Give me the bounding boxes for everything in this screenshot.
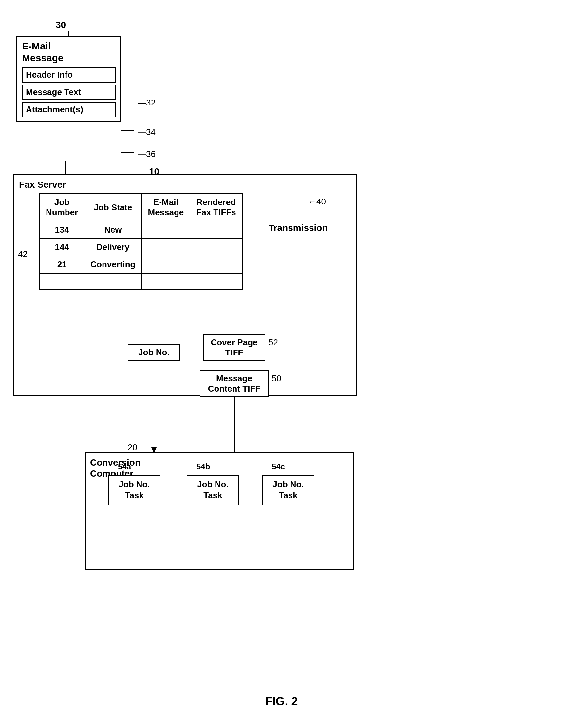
col-header-tiff: RenderedFax TIFFs xyxy=(190,194,242,221)
table-row xyxy=(40,273,243,290)
message-text-box: Message Text xyxy=(22,85,116,100)
email-cell-2 xyxy=(142,239,190,256)
label-30: 30 xyxy=(56,20,66,30)
label-50: 50 xyxy=(272,374,282,384)
job-no-box: Job No. xyxy=(128,344,180,361)
state-empty xyxy=(84,273,142,290)
task-box-54c: Job No.Task xyxy=(262,475,314,505)
col-header-state: Job State xyxy=(84,194,142,221)
ref-34: —34 xyxy=(138,127,156,137)
task-box-54a: Job No.Task xyxy=(108,475,161,505)
bracket-42: 42 xyxy=(18,249,28,259)
tiff-cell-1 xyxy=(190,221,242,239)
attachments-box: Attachment(s) xyxy=(22,102,116,117)
col-header-email: E-MailMessage xyxy=(142,194,190,221)
job-num-21: 21 xyxy=(40,256,84,273)
ref-36: —36 xyxy=(138,149,156,159)
ref-54b: 54b xyxy=(197,462,210,471)
msg-content-tiff-box: MessageContent TIFF xyxy=(200,370,269,397)
label-20: 20 xyxy=(128,442,137,452)
header-info-box: Header Info xyxy=(22,67,116,83)
col-header-jobnum: JobNumber xyxy=(40,194,84,221)
email-cell-1 xyxy=(142,221,190,239)
tiff-cell-3 xyxy=(190,256,242,273)
table-row: 21 Converting xyxy=(40,256,243,273)
state-new: New xyxy=(84,221,142,239)
job-num-empty xyxy=(40,273,84,290)
ref-32: —32 xyxy=(138,98,156,108)
state-delivery: Delivery xyxy=(84,239,142,256)
job-num-144: 144 xyxy=(40,239,84,256)
diagram: 30 E-MailMessage Header Info Message Tex… xyxy=(0,0,563,728)
email-cell-3 xyxy=(142,256,190,273)
label-52: 52 xyxy=(269,337,278,348)
email-message-box: E-MailMessage Header Info Message Text A… xyxy=(16,36,121,122)
job-num-134: 134 xyxy=(40,221,84,239)
transmission-label: Transmission xyxy=(269,223,328,233)
table-row: 144 Delivery xyxy=(40,239,243,256)
fax-server-title: Fax Server xyxy=(19,180,66,190)
job-table: JobNumber Job State E-MailMessage Render… xyxy=(39,193,243,290)
task-box-54b: Job No.Task xyxy=(187,475,239,505)
tiff-cell-2 xyxy=(190,239,242,256)
label-40: ←40 xyxy=(308,197,326,207)
tiff-cell-4 xyxy=(190,273,242,290)
email-message-title: E-MailMessage xyxy=(17,37,120,65)
fig-caption: FIG. 2 xyxy=(265,695,298,708)
cover-page-tiff-box: Cover PageTIFF xyxy=(203,334,265,361)
ref-54a: 54a xyxy=(118,462,131,471)
email-cell-4 xyxy=(142,273,190,290)
table-row: 134 New xyxy=(40,221,243,239)
ref-54c: 54c xyxy=(272,462,285,471)
state-converting: Converting xyxy=(84,256,142,273)
